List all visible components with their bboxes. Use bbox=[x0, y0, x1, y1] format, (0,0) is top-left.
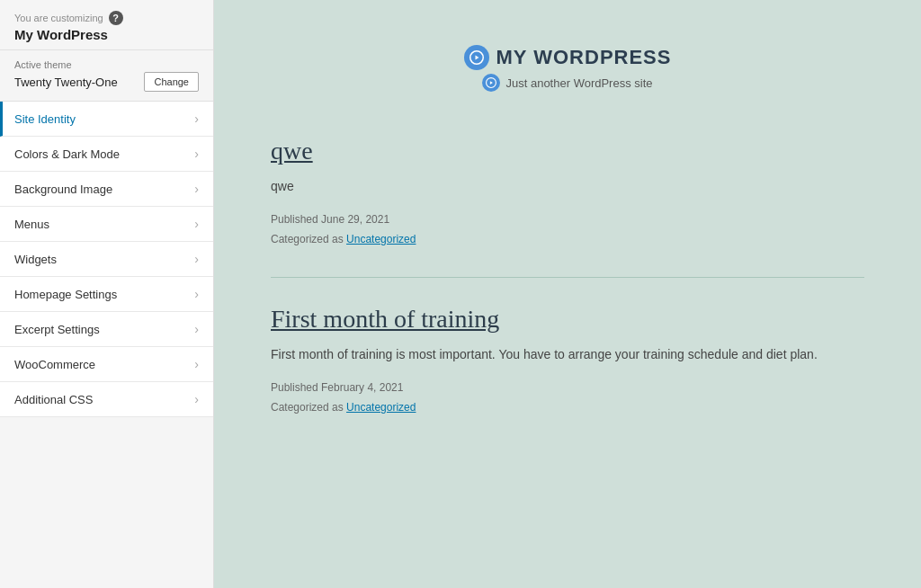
nav-menu: Site Identity › Colors & Dark Mode › Bac… bbox=[0, 102, 213, 417]
active-theme-name: Twenty Twenty-One Change bbox=[14, 72, 199, 92]
chevron-right-icon: › bbox=[194, 182, 199, 196]
nav-item-label: WooCommerce bbox=[14, 358, 95, 371]
sidebar-item-menus[interactable]: Menus › bbox=[0, 207, 213, 242]
site-title-text: MY WORDPRESS bbox=[496, 46, 672, 69]
nav-item-label: Widgets bbox=[14, 253, 57, 266]
nav-item-label: Background Image bbox=[14, 183, 112, 196]
post-excerpt-qwe: qwe bbox=[271, 176, 864, 196]
chevron-right-icon: › bbox=[194, 217, 199, 231]
site-title-preview: MY WORDPRESS bbox=[271, 45, 864, 70]
site-tagline-icon bbox=[482, 74, 500, 92]
post-meta-qwe: Published June 29, 2021 Categorized as U… bbox=[271, 210, 864, 249]
post-categorized-label: Categorized as bbox=[271, 233, 344, 245]
sidebar-item-colors-dark-mode[interactable]: Colors & Dark Mode › bbox=[0, 137, 213, 172]
chevron-right-icon: › bbox=[194, 287, 199, 301]
help-icon[interactable]: ? bbox=[109, 11, 123, 25]
active-theme-label: Active theme bbox=[14, 59, 199, 70]
site-tagline-text: Just another WordPress site bbox=[505, 76, 652, 90]
nav-item-label: Additional CSS bbox=[14, 393, 93, 406]
post-title-link-first-month[interactable]: First month of training bbox=[271, 305, 499, 334]
sidebar-item-background-image[interactable]: Background Image › bbox=[0, 172, 213, 207]
chevron-right-icon: › bbox=[194, 252, 199, 266]
sidebar-item-site-identity[interactable]: Site Identity › bbox=[0, 102, 213, 137]
nav-item-label: Homepage Settings bbox=[14, 288, 117, 301]
nav-item-label: Colors & Dark Mode bbox=[14, 147, 120, 161]
theme-name-text: Twenty Twenty-One bbox=[14, 76, 118, 89]
post-divider bbox=[271, 277, 864, 278]
chevron-right-icon: › bbox=[194, 147, 199, 161]
customizing-text: You are customizing bbox=[14, 13, 103, 23]
sidebar: You are customizing ? My WordPress Activ… bbox=[0, 0, 214, 588]
post-category-link-qwe[interactable]: Uncategorized bbox=[346, 233, 416, 245]
chevron-right-icon: › bbox=[194, 357, 199, 371]
post-published-label: Published June 29, 2021 bbox=[271, 213, 389, 226]
sidebar-item-woocommerce[interactable]: WooCommerce › bbox=[0, 347, 213, 382]
post-entry-first-month: First month of training First month of t… bbox=[271, 305, 864, 418]
site-tagline-preview: Just another WordPress site bbox=[271, 74, 864, 92]
post-categorized-label: Categorized as bbox=[271, 401, 344, 414]
site-name-label: My WordPress bbox=[14, 27, 199, 42]
chevron-right-icon: › bbox=[194, 111, 199, 126]
post-title-link-qwe[interactable]: qwe bbox=[271, 137, 313, 165]
change-theme-button[interactable]: Change bbox=[144, 72, 199, 92]
sidebar-item-excerpt-settings[interactable]: Excerpt Settings › bbox=[0, 312, 213, 347]
post-excerpt-first-month: First month of training is most importan… bbox=[271, 344, 864, 364]
preview-area: MY WORDPRESS Just another WordPress site… bbox=[214, 0, 921, 588]
site-header: MY WORDPRESS Just another WordPress site bbox=[271, 27, 864, 92]
chevron-right-icon: › bbox=[194, 392, 199, 406]
chevron-right-icon: › bbox=[194, 322, 199, 336]
sidebar-item-widgets[interactable]: Widgets › bbox=[0, 242, 213, 277]
post-meta-first-month: Published February 4, 2021 Categorized a… bbox=[271, 379, 864, 417]
active-theme-section: Active theme Twenty Twenty-One Change bbox=[0, 50, 213, 102]
post-entry-qwe: qwe qwe Published June 29, 2021 Categori… bbox=[271, 137, 864, 250]
sidebar-item-additional-css[interactable]: Additional CSS › bbox=[0, 382, 213, 417]
nav-item-label: Site Identity bbox=[14, 112, 76, 126]
sidebar-header: You are customizing ? My WordPress bbox=[0, 0, 213, 50]
post-published-label: Published February 4, 2021 bbox=[271, 381, 403, 394]
post-category-link-first-month[interactable]: Uncategorized bbox=[346, 401, 416, 414]
nav-item-label: Excerpt Settings bbox=[14, 323, 100, 336]
sidebar-item-homepage-settings[interactable]: Homepage Settings › bbox=[0, 277, 213, 312]
nav-item-label: Menus bbox=[14, 218, 49, 231]
preview-content: MY WORDPRESS Just another WordPress site… bbox=[253, 0, 882, 480]
site-title-icon bbox=[464, 45, 489, 70]
you-are-customizing-label: You are customizing ? bbox=[14, 11, 199, 25]
